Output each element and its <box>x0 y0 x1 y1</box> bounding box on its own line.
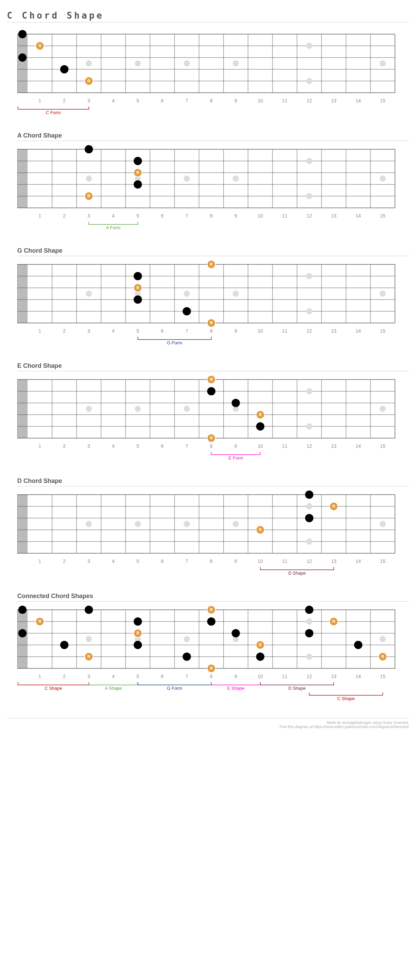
svg-point-129 <box>86 291 92 297</box>
svg-text:6: 6 <box>161 98 164 103</box>
svg-rect-268 <box>17 610 28 668</box>
svg-text:R: R <box>87 654 90 659</box>
svg-text:7: 7 <box>186 558 188 564</box>
svg-point-243 <box>306 503 312 509</box>
diagram-title: A Chord Shape <box>17 132 409 141</box>
page-title: C Chord Shape <box>7 10 409 22</box>
svg-text:7: 7 <box>186 98 188 103</box>
svg-text:11: 11 <box>282 673 288 679</box>
svg-text:9: 9 <box>234 443 237 449</box>
svg-text:G Form: G Form <box>167 686 182 691</box>
svg-text:6: 6 <box>161 328 164 334</box>
svg-text:13: 13 <box>331 213 337 218</box>
svg-rect-107 <box>17 264 395 323</box>
svg-text:7: 7 <box>186 213 188 218</box>
svg-point-293 <box>184 636 190 642</box>
svg-point-153 <box>134 272 142 280</box>
svg-text:14: 14 <box>355 328 361 334</box>
svg-point-99 <box>134 157 142 165</box>
svg-point-80 <box>306 158 312 164</box>
svg-point-264 <box>305 514 314 522</box>
fretboard-diagram: 123456789101112131415RRRRRRRRC ShapeA Sh… <box>17 605 409 708</box>
svg-text:A Shape: A Shape <box>105 686 122 691</box>
svg-point-23 <box>86 60 92 67</box>
svg-point-188 <box>306 388 312 395</box>
svg-point-189 <box>306 423 312 430</box>
svg-point-78 <box>184 175 190 182</box>
svg-point-102 <box>134 180 142 189</box>
svg-point-209 <box>232 399 240 407</box>
svg-text:3: 3 <box>88 443 90 449</box>
svg-point-212 <box>256 422 265 431</box>
svg-point-131 <box>184 291 190 297</box>
svg-text:13: 13 <box>331 98 337 103</box>
svg-text:R: R <box>210 666 213 671</box>
svg-text:R: R <box>87 194 90 199</box>
footer-credit: Made by anuragbhatnagar using Guitar Sci… <box>7 721 409 725</box>
svg-text:R: R <box>136 170 139 175</box>
svg-point-317 <box>61 641 69 649</box>
svg-text:8: 8 <box>210 558 213 564</box>
svg-text:5: 5 <box>137 328 139 334</box>
svg-text:R: R <box>87 79 90 83</box>
svg-text:9: 9 <box>234 673 237 679</box>
svg-text:7: 7 <box>186 328 188 334</box>
svg-text:14: 14 <box>355 213 361 218</box>
svg-point-320 <box>85 606 93 614</box>
svg-text:2: 2 <box>63 558 66 564</box>
svg-text:4: 4 <box>112 328 115 334</box>
svg-point-297 <box>380 636 386 642</box>
svg-rect-106 <box>17 264 28 323</box>
svg-point-133 <box>306 273 312 279</box>
fretboard-diagram: 123456789101112131415RRC Form <box>17 29 409 122</box>
diagram-title: E Chord Shape <box>17 362 409 371</box>
svg-point-338 <box>305 629 314 637</box>
svg-point-76 <box>86 175 92 182</box>
svg-text:R: R <box>259 527 262 532</box>
svg-point-339 <box>354 641 363 649</box>
svg-text:E Shape: E Shape <box>227 686 245 691</box>
svg-text:R: R <box>332 619 335 624</box>
svg-text:A Form: A Form <box>106 225 121 230</box>
svg-text:4: 4 <box>112 558 115 564</box>
svg-text:15: 15 <box>380 98 386 103</box>
svg-text:10: 10 <box>258 673 263 679</box>
svg-text:13: 13 <box>331 328 337 334</box>
svg-text:R: R <box>332 504 335 509</box>
svg-text:R: R <box>259 412 262 417</box>
svg-text:E Form: E Form <box>228 455 243 461</box>
svg-point-98 <box>85 145 93 153</box>
svg-text:15: 15 <box>380 558 386 564</box>
svg-rect-0 <box>17 34 28 93</box>
svg-point-245 <box>380 521 386 527</box>
svg-text:2: 2 <box>63 328 66 334</box>
svg-point-82 <box>380 175 386 182</box>
svg-text:14: 14 <box>355 558 361 564</box>
svg-text:11: 11 <box>282 443 288 449</box>
fretboard-diagram: 123456789101112131415RRA Form <box>17 145 409 237</box>
svg-text:R: R <box>210 377 213 382</box>
svg-text:12: 12 <box>307 673 312 679</box>
svg-text:10: 10 <box>258 443 263 449</box>
svg-text:14: 14 <box>355 443 361 449</box>
svg-text:6: 6 <box>161 213 164 218</box>
svg-point-48 <box>18 53 27 62</box>
svg-point-208 <box>207 387 215 395</box>
svg-text:12: 12 <box>307 98 312 103</box>
svg-point-24 <box>135 60 141 67</box>
svg-text:R: R <box>259 643 262 648</box>
svg-rect-161 <box>17 380 28 438</box>
svg-point-28 <box>306 78 312 84</box>
svg-text:3: 3 <box>88 213 90 218</box>
svg-text:9: 9 <box>234 558 237 564</box>
svg-point-244 <box>306 538 312 545</box>
diagram-title: D Chord Shape <box>17 477 409 486</box>
svg-text:10: 10 <box>258 558 263 564</box>
svg-text:13: 13 <box>331 443 337 449</box>
footer: Made by anuragbhatnagar using Guitar Sci… <box>7 718 409 729</box>
svg-text:C Shape: C Shape <box>45 686 62 691</box>
svg-text:C Shape: C Shape <box>337 696 355 701</box>
svg-text:3: 3 <box>88 558 90 564</box>
svg-text:C Form: C Form <box>46 110 61 115</box>
svg-text:13: 13 <box>331 558 337 564</box>
